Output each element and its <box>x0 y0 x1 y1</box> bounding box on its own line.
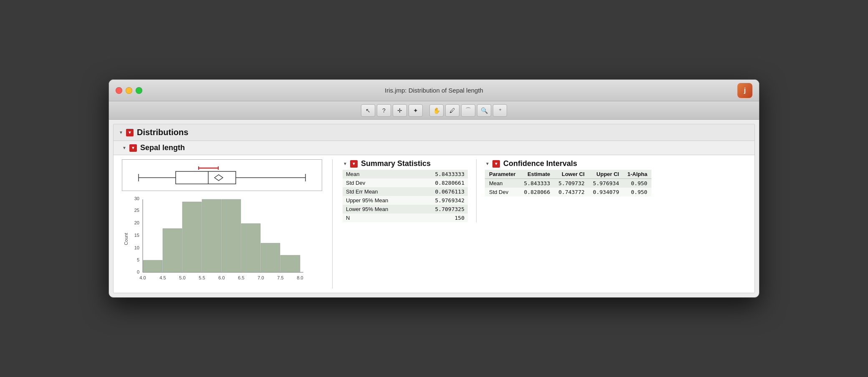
ci-menu-icon[interactable]: ▼ <box>492 160 500 168</box>
ci-header-row: ▼ ▼ Confidence Intervals <box>485 159 660 168</box>
vertical-divider-2 <box>476 159 477 222</box>
ci-cell-upper_ci: 5.976934 <box>589 179 623 188</box>
jmp-app-icon: j <box>737 83 752 98</box>
title-bar: Iris.jmp: Distribution of Sepal length j <box>109 80 759 101</box>
ci-data-row: Mean5.8433335.7097325.9769340.950 <box>485 179 651 188</box>
summary-stats-row: Mean5.8433333 <box>343 170 468 178</box>
boxplot-container <box>122 159 322 191</box>
svg-rect-22 <box>182 202 202 272</box>
svg-text:7.5: 7.5 <box>277 275 283 280</box>
histogram-svg: 0 5 10 15 20 25 30 Count <box>122 191 322 287</box>
svg-text:4.0: 4.0 <box>139 275 146 280</box>
vertical-divider <box>332 159 333 289</box>
confidence-intervals-panel: ▼ ▼ Confidence Intervals ParameterEstima… <box>485 159 660 196</box>
svg-text:6.0: 6.0 <box>218 275 225 280</box>
ci-header-row-cells: ParameterEstimateLower CIUpper CI1-Alpha <box>485 170 651 179</box>
stat-value: 5.7097325 <box>415 205 468 214</box>
ci-column-header: Upper CI <box>589 170 623 179</box>
svg-text:8.0: 8.0 <box>297 275 303 280</box>
ci-column-header: Lower CI <box>554 170 589 179</box>
svg-text:25: 25 <box>134 208 139 213</box>
svg-text:30: 30 <box>134 196 139 201</box>
window-title: Iris.jmp: Distribution of Sepal length <box>385 87 483 94</box>
confidence-intervals-table: ParameterEstimateLower CIUpper CI1-Alpha… <box>485 170 651 196</box>
svg-rect-23 <box>202 199 221 272</box>
summary-stats-disclosure[interactable]: ▼ <box>343 161 348 166</box>
crosshair-tool-button[interactable]: ✛ <box>393 104 407 117</box>
maximize-button[interactable] <box>136 87 142 94</box>
summary-stats-row: N150 <box>343 214 468 222</box>
summary-stats-row: Std Dev0.8280661 <box>343 178 468 187</box>
toolbar: ↖ ? ✛ ✦ ✋ 🖊 ⌒ 🔍 ⁺ <box>109 101 759 120</box>
summary-statistics-table: Mean5.8433333Std Dev0.8280661Std Err Mea… <box>343 170 468 222</box>
stat-label: N <box>343 214 415 222</box>
svg-rect-20 <box>143 260 162 272</box>
ci-cell-lower_ci: 5.709732 <box>554 179 589 188</box>
stat-value: 5.9769342 <box>415 196 468 205</box>
sepal-length-title: Sepal length <box>140 143 185 152</box>
brush-tool-button[interactable]: 🖊 <box>445 104 459 117</box>
lasso-tool-button[interactable]: ⌒ <box>461 104 475 117</box>
svg-rect-4 <box>176 171 236 184</box>
distributions-header: ▼ ▼ Distributions <box>114 124 754 141</box>
svg-text:5.0: 5.0 <box>179 275 185 280</box>
distributions-menu-icon[interactable]: ▼ <box>126 129 134 136</box>
ci-column-header: Estimate <box>520 170 555 179</box>
ci-cell-lower_ci: 0.743772 <box>554 188 589 196</box>
sepal-length-menu-icon[interactable]: ▼ <box>129 144 137 152</box>
stat-label: Std Err Mean <box>343 187 415 196</box>
stat-label: Upper 95% Mean <box>343 196 415 205</box>
move-tool-button[interactable]: ✦ <box>409 104 423 117</box>
ci-disclosure[interactable]: ▼ <box>485 161 490 166</box>
summary-stats-menu-icon[interactable]: ▼ <box>350 160 358 168</box>
boxplot-svg <box>127 163 317 188</box>
ci-cell-alpha: 0.950 <box>623 179 651 188</box>
sepal-length-disclosure[interactable]: ▼ <box>122 146 127 151</box>
hand-tool-button[interactable]: ✋ <box>429 104 444 117</box>
traffic-lights <box>116 87 142 94</box>
svg-text:5.5: 5.5 <box>199 275 205 280</box>
svg-text:Count: Count <box>124 233 129 245</box>
ci-cell-estimate: 5.843333 <box>520 179 555 188</box>
summary-stats-title: Summary Statistics <box>361 159 431 168</box>
ci-cell-parameter: Std Dev <box>485 188 520 196</box>
chart-area: 0 5 10 15 20 25 30 Count <box>122 159 322 289</box>
ci-cell-alpha: 0.950 <box>623 188 651 196</box>
histogram-container: 0 5 10 15 20 25 30 Count <box>122 191 322 289</box>
ci-title: Confidence Intervals <box>503 159 577 168</box>
arrow-tool-button[interactable]: ↖ <box>361 104 375 117</box>
close-button[interactable] <box>116 87 122 94</box>
svg-rect-24 <box>222 199 241 272</box>
svg-text:7.0: 7.0 <box>257 275 264 280</box>
svg-text:6.5: 6.5 <box>238 275 244 280</box>
help-tool-button[interactable]: ? <box>377 104 391 117</box>
stat-label: Std Dev <box>343 178 415 187</box>
stat-value: 0.0676113 <box>415 187 468 196</box>
main-panel: 0 5 10 15 20 25 30 Count <box>114 155 754 293</box>
stat-value: 0.8280661 <box>415 178 468 187</box>
minimize-button[interactable] <box>126 87 132 94</box>
stat-value: 150 <box>415 214 468 222</box>
svg-text:0: 0 <box>137 269 139 274</box>
svg-rect-21 <box>163 229 182 272</box>
svg-rect-27 <box>280 255 300 272</box>
sepal-length-header: ▼ ▼ Sepal length <box>114 141 754 155</box>
summary-stats-row: Std Err Mean0.0676113 <box>343 187 468 196</box>
ci-column-header: Parameter <box>485 170 520 179</box>
ci-cell-estimate: 0.828066 <box>520 188 555 196</box>
content-area: ▼ ▼ Distributions ▼ ▼ Sepal length <box>113 124 755 293</box>
stat-value: 5.8433333 <box>415 170 468 178</box>
svg-text:20: 20 <box>134 220 139 225</box>
stats-area: ▼ ▼ Summary Statistics Mean5.8433333Std … <box>343 159 746 222</box>
ci-data-row: Std Dev0.8280660.7437720.9340790.950 <box>485 188 651 196</box>
stat-label: Mean <box>343 170 415 178</box>
multipoint-tool-button[interactable]: ⁺ <box>493 104 507 117</box>
ci-cell-upper_ci: 0.934079 <box>589 188 623 196</box>
stat-label: Lower 95% Mean <box>343 205 415 214</box>
distributions-title: Distributions <box>137 128 188 137</box>
magnify-tool-button[interactable]: 🔍 <box>477 104 491 117</box>
application-window: Iris.jmp: Distribution of Sepal length j… <box>108 79 760 298</box>
summary-stats-row: Lower 95% Mean5.7097325 <box>343 205 468 214</box>
distributions-disclosure[interactable]: ▼ <box>119 130 124 135</box>
svg-rect-26 <box>261 243 280 272</box>
